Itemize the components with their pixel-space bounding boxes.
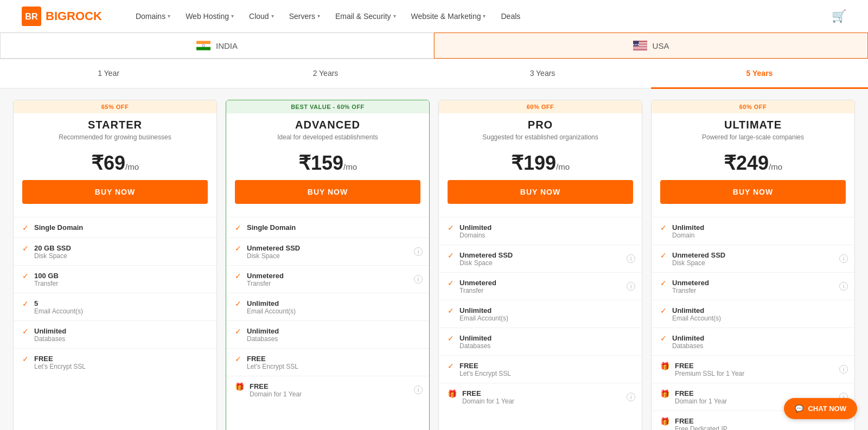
feature-sub: Domains	[459, 232, 633, 239]
feature-bold: Unmetered SSD	[247, 244, 300, 252]
feature-text: Single Domain	[247, 223, 420, 232]
tab-2-years[interactable]: 2 Years	[217, 59, 434, 89]
tab-1-year[interactable]: 1 Year	[0, 59, 217, 89]
info-icon[interactable]: i	[414, 275, 423, 284]
feature-item: ✓ Unlimited Databases	[439, 328, 642, 355]
feature-item: 🎁 FREE Premium SSL for 1 Year i	[652, 355, 854, 383]
feature-sub: Let's Encrypt SSL	[459, 370, 633, 377]
info-icon[interactable]: i	[414, 247, 423, 256]
gift-icon: 🎁	[448, 389, 457, 398]
plan-card-advanced: BEST VALUE - 60% OFF ADVANCED Ideal for …	[226, 100, 430, 430]
check-icon: ✓	[235, 272, 241, 280]
feature-item: ✓ 100 GB Transfer	[14, 265, 216, 293]
plan-price: ₹159/mo	[226, 143, 429, 180]
nav-website-marketing[interactable]: Website & Marketing ▾	[405, 8, 493, 25]
feature-item: ✓ Unmetered Transfer i	[652, 272, 854, 300]
chevron-down-icon: ▾	[483, 13, 486, 19]
info-icon[interactable]: i	[627, 254, 635, 263]
feature-bold: Unlimited	[459, 223, 492, 232]
plan-desc: Recommended for growing businesses	[22, 133, 208, 141]
nav-servers[interactable]: Servers ▾	[283, 8, 327, 25]
info-icon[interactable]: i	[414, 386, 423, 394]
nav-deals[interactable]: Deals	[494, 8, 527, 25]
tab-3-years[interactable]: 3 Years	[434, 59, 651, 89]
gift-icon: 🎁	[660, 417, 669, 426]
feature-item: ✓ Unmetered SSD Disk Space i	[652, 245, 854, 272]
feature-sub: Disk Space	[34, 252, 208, 260]
check-icon: ✓	[660, 334, 667, 343]
svg-rect-2	[196, 41, 210, 44]
usa-label: USA	[653, 41, 669, 50]
feature-bold: FREE	[675, 417, 694, 425]
feature-bold: FREE	[462, 389, 481, 397]
info-icon[interactable]: i	[839, 365, 848, 374]
feature-text: Unlimited Email Account(s)	[247, 299, 420, 315]
region-usa[interactable]: ★★★ USA	[434, 33, 868, 59]
feature-bold: 100 GB	[34, 272, 59, 280]
feature-item: ✓ Unlimited Databases	[226, 320, 429, 348]
plan-card-ultimate: 60% OFF ULTIMATE Powered for large-scale…	[651, 100, 855, 430]
info-icon[interactable]: i	[839, 282, 848, 291]
buy-now-button[interactable]: BUY NOW	[660, 180, 846, 204]
tab-5-years[interactable]: 5 Years	[651, 59, 868, 89]
feature-item: ✓ Unmetered SSD Disk Space i	[226, 238, 429, 265]
brand-name: BIGROCK	[46, 9, 102, 23]
plan-header: ULTIMATE Powered for large-scale compani…	[652, 113, 854, 143]
plan-badge: 65% OFF	[14, 100, 216, 113]
nav-web-hosting[interactable]: Web Hosting ▾	[179, 8, 240, 25]
buy-now-button[interactable]: BUY NOW	[22, 180, 208, 204]
feature-bold: FREE	[250, 382, 269, 390]
feature-bold: 5	[34, 299, 38, 307]
feature-sub: Let's Encrypt SSL	[247, 363, 420, 370]
feature-sub: Domain	[672, 232, 846, 239]
plan-desc: Ideal for developed establishments	[235, 133, 420, 141]
price-unit: /mo	[769, 162, 782, 171]
chat-now-button[interactable]: 💬 CHAT NOW	[784, 398, 857, 419]
feature-bold: FREE	[247, 355, 266, 363]
nav-cloud[interactable]: Cloud ▾	[242, 8, 280, 25]
chevron-down-icon: ▾	[231, 13, 234, 19]
feature-sub: Email Account(s)	[672, 315, 846, 322]
info-icon[interactable]: i	[627, 393, 635, 401]
check-icon: ✓	[660, 251, 667, 260]
check-icon: ✓	[448, 362, 454, 370]
feature-sub: Disk Space	[672, 259, 846, 267]
check-icon: ✓	[22, 327, 29, 336]
buy-now-button[interactable]: BUY NOW	[235, 180, 420, 204]
logo[interactable]: BR BIGROCK	[22, 7, 102, 26]
price-amount: ₹159	[298, 152, 343, 174]
feature-sub: Let's Encrypt SSL	[34, 363, 208, 370]
svg-rect-11	[633, 48, 647, 49]
nav-email-security[interactable]: Email & Security ▾	[329, 8, 403, 25]
feature-bold: FREE	[459, 362, 478, 370]
feature-sub: Databases	[459, 342, 633, 350]
feature-sub: Premium SSL for 1 Year	[675, 370, 846, 377]
year-tabs: 1 Year 2 Years 3 Years 5 Years	[0, 59, 868, 89]
buy-now-button[interactable]: BUY NOW	[448, 180, 633, 204]
feature-bold: Single Domain	[34, 223, 83, 232]
feature-item: ✓ Unlimited Databases	[14, 320, 216, 348]
gift-icon: 🎁	[660, 389, 669, 398]
check-icon: ✓	[235, 299, 241, 308]
plan-price: ₹249/mo	[652, 143, 854, 180]
region-bar: INDIA ★★★ USA	[0, 33, 868, 59]
plan-badge: BEST VALUE - 60% OFF	[226, 100, 429, 113]
feature-item: ✓ Unlimited Domain	[652, 217, 854, 245]
info-icon[interactable]: i	[627, 282, 635, 291]
feature-text: Unlimited Domain	[672, 223, 846, 239]
feature-sub: Free Dedicated IP	[675, 425, 846, 430]
plan-card-starter: 65% OFF STARTER Recommended for growing …	[13, 100, 217, 430]
feature-text: FREE Let's Encrypt SSL	[459, 361, 633, 377]
plan-header: PRO Suggested for established organizati…	[439, 113, 642, 143]
feature-bold: Unlimited	[459, 306, 492, 315]
nav-domains[interactable]: Domains ▾	[129, 8, 177, 25]
info-icon[interactable]: i	[839, 254, 848, 263]
region-india[interactable]: INDIA	[0, 33, 434, 59]
feature-text: Unlimited Email Account(s)	[672, 306, 846, 322]
plan-card-pro: 60% OFF PRO Suggested for established or…	[438, 100, 642, 430]
cart-icon[interactable]: 🛒	[832, 9, 846, 23]
feature-text: Unmetered SSD Disk Space	[247, 243, 420, 260]
feature-item: ✓ Unlimited Domains	[439, 217, 642, 245]
svg-rect-3	[196, 44, 210, 47]
feature-sub: Disk Space	[247, 252, 420, 260]
